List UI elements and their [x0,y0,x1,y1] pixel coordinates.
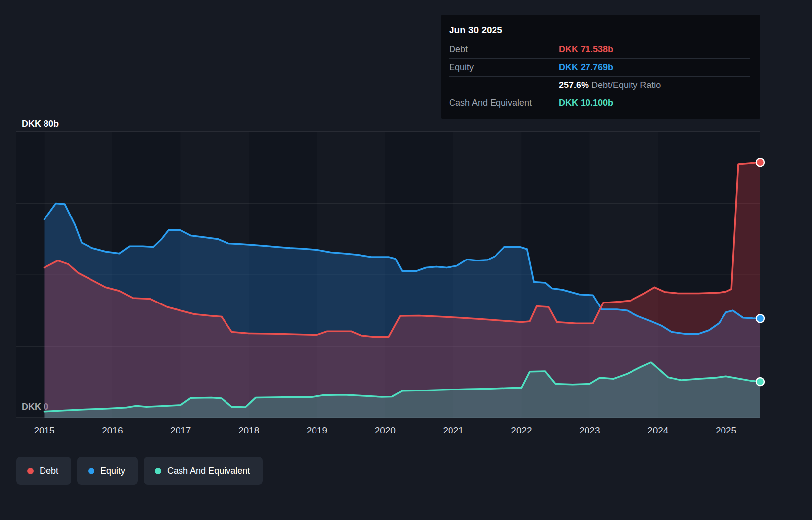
cash-legend-label: Cash And Equivalent [167,466,250,476]
x-tick-2015: 2015 [34,425,54,435]
x-tick-2025: 2025 [716,425,736,435]
legend-item-equity[interactable]: Equity [77,457,138,485]
cash-and-equivalent-end-marker [756,378,764,386]
x-tick-2016: 2016 [102,425,123,435]
legend-item-cash[interactable]: Cash And Equivalent [144,457,263,485]
equity-legend-dot-icon [88,468,94,474]
x-tick-2017: 2017 [170,425,191,435]
debt-legend-dot-icon [27,468,34,474]
x-tick-2023: 2023 [579,425,600,435]
chart-screen: Jun 30 2025 Debt DKK 71.538b Equity DKK … [0,0,812,520]
x-tick-2024: 2024 [647,425,669,435]
equity-legend-label: Equity [100,466,125,476]
x-tick-2022: 2022 [511,425,532,435]
x-tick-2021: 2021 [443,425,464,435]
x-tick-2018: 2018 [238,425,259,435]
x-tick-2019: 2019 [307,425,327,435]
legend-item-debt[interactable]: Debt [16,457,71,485]
timeseries-chart[interactable]: 2015201620172018201920202021202220232024… [0,0,812,520]
x-tick-2020: 2020 [375,425,396,435]
debt-end-marker [756,158,764,166]
debt-legend-label: Debt [40,466,58,476]
cash-legend-dot-icon [155,468,161,474]
equity-end-marker [756,314,764,322]
chart-legend: Debt Equity Cash And Equivalent [16,457,263,485]
